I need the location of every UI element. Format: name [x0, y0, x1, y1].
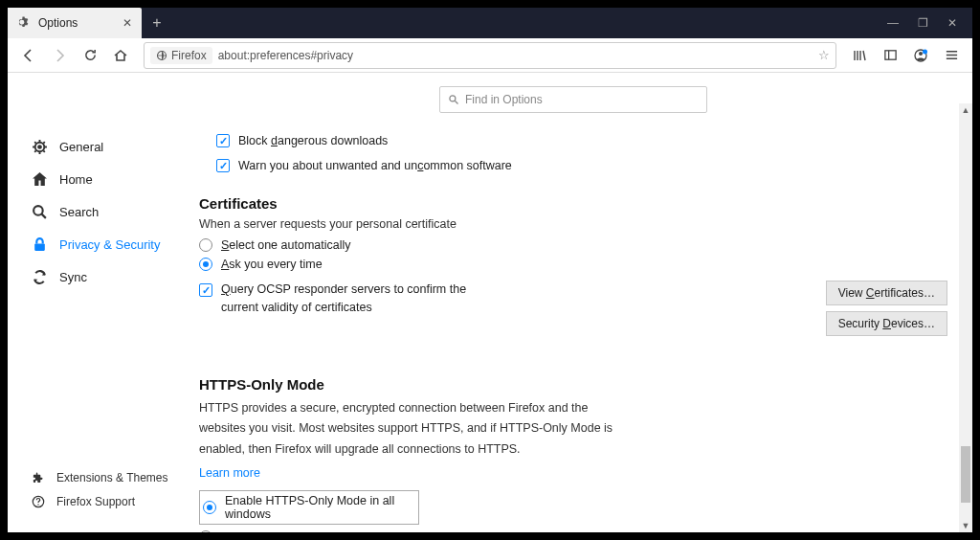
label: Select one automatically	[221, 238, 351, 252]
vertical-scrollbar[interactable]: ▲ ▼	[959, 103, 972, 532]
scroll-down-arrow[interactable]: ▼	[959, 519, 972, 532]
account-button[interactable]	[907, 42, 934, 69]
scroll-track[interactable]	[959, 117, 972, 519]
sidebar-button[interactable]	[877, 42, 903, 69]
checkbox-ocsp[interactable]	[199, 283, 212, 297]
https-desc: HTTPS provides a secure, encrypted conne…	[199, 398, 620, 460]
reload-button[interactable]	[77, 42, 103, 69]
gear-icon	[31, 138, 48, 155]
nav-toolbar: Firefox about:preferences#privacy ☆	[8, 38, 972, 73]
gear-icon	[17, 16, 31, 30]
warn-software-row[interactable]: Warn you about unwanted and uncommon sof…	[216, 159, 947, 172]
ocsp-label: Query OCSP responder servers to confirm …	[221, 281, 499, 317]
sidebar-item-search[interactable]: Search	[25, 195, 180, 228]
browser-tab[interactable]: Options ✕	[8, 8, 142, 38]
svg-point-13	[450, 96, 456, 101]
lock-icon	[31, 236, 48, 253]
https-heading: HTTPS-Only Mode	[199, 376, 947, 393]
https-opt-private[interactable]: Enable HTTPS-Only Mode in private window…	[199, 530, 947, 532]
bookmark-star-icon[interactable]: ☆	[818, 48, 830, 62]
learn-more-link[interactable]: Learn more	[199, 466, 260, 480]
maximize-button[interactable]: ❐	[918, 16, 928, 30]
sidebar-item-home[interactable]: Home	[25, 163, 180, 195]
new-tab-button[interactable]: +	[142, 8, 172, 38]
svg-point-5	[923, 49, 927, 54]
titlebar: Options ✕ + — ❐ ✕	[8, 8, 972, 38]
firefox-icon	[156, 50, 167, 61]
sidebar-label: Extensions & Themes	[56, 471, 168, 484]
radio[interactable]	[199, 530, 212, 532]
sidebar-label: Firefox Support	[56, 495, 135, 508]
checkbox-block-downloads[interactable]	[216, 134, 230, 147]
sidebar-item-support[interactable]: Firefox Support	[25, 489, 180, 513]
svg-point-4	[919, 52, 923, 56]
help-icon	[31, 494, 45, 508]
library-button[interactable]	[846, 42, 873, 69]
svg-line-14	[456, 101, 458, 104]
sidebar-item-general[interactable]: General	[25, 130, 180, 163]
home-button[interactable]	[107, 42, 134, 69]
menu-button[interactable]	[938, 42, 965, 69]
checkbox-warn-software[interactable]	[216, 159, 230, 172]
label: Enable HTTPS-Only Mode in all windows	[225, 494, 412, 521]
svg-line-9	[41, 214, 45, 217]
sidebar-label: Home	[59, 172, 93, 187]
sidebar-item-privacy[interactable]: Privacy & Security	[25, 228, 180, 260]
sidebar-label: Sync	[59, 270, 87, 284]
url-text: about:preferences#privacy	[218, 49, 813, 62]
search-options-input[interactable]: Find in Options	[439, 86, 707, 113]
cert-opt-ask[interactable]: Ask you every time	[199, 258, 947, 271]
home-icon	[31, 170, 48, 188]
sidebar-item-sync[interactable]: Sync	[25, 260, 180, 293]
search-icon	[31, 203, 48, 220]
url-bar[interactable]: Firefox about:preferences#privacy ☆	[144, 42, 836, 69]
minimize-button[interactable]: —	[887, 16, 899, 30]
forward-button[interactable]	[46, 42, 73, 69]
close-tab-icon[interactable]: ✕	[122, 16, 132, 30]
block-downloads-row[interactable]: Block dangerous downloads	[216, 134, 947, 147]
search-icon	[448, 94, 459, 105]
sidebar-item-extensions[interactable]: Extensions & Themes	[25, 465, 180, 489]
radio[interactable]	[199, 258, 212, 271]
radio[interactable]	[199, 238, 212, 252]
view-certificates-button[interactable]: View Certificates…	[826, 281, 947, 305]
certificates-sub: When a server requests your personal cer…	[199, 217, 947, 231]
svg-rect-10	[34, 243, 45, 250]
security-devices-button[interactable]: Security Devices…	[826, 311, 947, 336]
preferences-main: Find in Options Block dangerous download…	[180, 73, 972, 532]
search-placeholder: Find in Options	[465, 93, 543, 106]
identity-box[interactable]: Firefox	[150, 47, 212, 64]
scroll-thumb[interactable]	[961, 446, 970, 503]
puzzle-icon	[31, 470, 45, 484]
window-controls: — ❐ ✕	[872, 8, 972, 38]
svg-rect-1	[884, 51, 895, 59]
https-opt-all[interactable]: Enable HTTPS-Only Mode in all windows	[199, 490, 419, 525]
sidebar-label: Privacy & Security	[59, 237, 160, 252]
label: Enable HTTPS-Only Mode in private window…	[221, 530, 489, 532]
sync-icon	[31, 268, 48, 285]
svg-point-12	[37, 504, 38, 505]
preferences-sidebar: General Home Search Privacy & Security S…	[8, 73, 180, 532]
label: Ask you every time	[221, 258, 323, 271]
label: Warn you about unwanted and uncommon sof…	[238, 159, 512, 172]
certificates-heading: Certificates	[199, 195, 947, 212]
tab-title: Options	[38, 16, 115, 30]
identity-label: Firefox	[171, 49, 207, 62]
cert-opt-auto[interactable]: Select one automatically	[199, 238, 947, 252]
radio[interactable]	[203, 501, 216, 514]
label: Block dangerous downloads	[238, 134, 388, 147]
back-button[interactable]	[15, 42, 42, 69]
svg-point-8	[33, 206, 43, 215]
scroll-up-arrow[interactable]: ▲	[959, 103, 972, 117]
sidebar-label: Search	[59, 205, 99, 219]
close-window-button[interactable]: ✕	[947, 16, 957, 30]
sidebar-label: General	[59, 140, 103, 154]
